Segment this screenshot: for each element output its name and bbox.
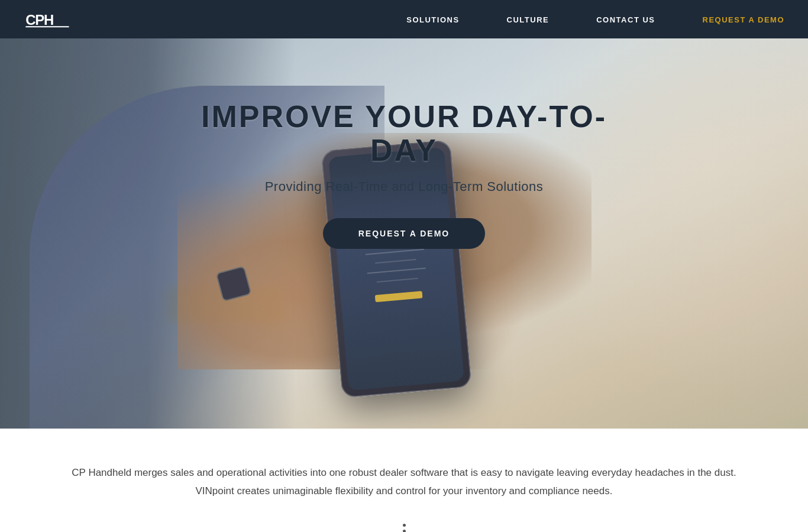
hero-content: IMPROVE YOUR DAY-TO-DAY Providing Real-T…: [197, 100, 611, 367]
svg-text:CPH: CPH: [25, 11, 53, 27]
dot-2: [403, 530, 406, 532]
contact-link[interactable]: CONTACT US: [596, 15, 655, 24]
dot-1: [403, 524, 406, 527]
hero-cta-button[interactable]: REQUEST A DEMO: [323, 218, 486, 249]
nav-contact[interactable]: CONTACT US: [596, 14, 655, 25]
hero-subtitle: Providing Real-Time and Long-Term Soluti…: [197, 179, 611, 194]
below-hero-line2: VINpoint creates unimaginable flexibilit…: [196, 485, 613, 497]
navbar: CPH SOLUTIONS CULTURE CONTACT US REQUEST…: [0, 0, 808, 38]
hero-title: IMPROVE YOUR DAY-TO-DAY: [197, 100, 611, 167]
nav-culture[interactable]: CULTURE: [507, 14, 550, 25]
nav-solutions[interactable]: SOLUTIONS: [406, 14, 459, 25]
logo[interactable]: CPH: [24, 8, 71, 31]
hero-section: IMPROVE YOUR DAY-TO-DAY Providing Real-T…: [0, 38, 808, 429]
nav-links: SOLUTIONS CULTURE CONTACT US REQUEST A D…: [406, 14, 784, 25]
svg-rect-1: [25, 26, 69, 27]
request-demo-nav-link[interactable]: REQUEST A DEMO: [703, 15, 785, 24]
below-hero-line1: CP Handheld merges sales and operational…: [72, 467, 736, 478]
below-hero-section: CP Handheld merges sales and operational…: [0, 429, 808, 532]
solutions-link[interactable]: SOLUTIONS: [406, 15, 459, 24]
nav-request-demo[interactable]: REQUEST A DEMO: [703, 14, 785, 25]
dots-indicator: [24, 524, 784, 532]
below-hero-text: CP Handheld merges sales and operational…: [49, 464, 759, 500]
culture-link[interactable]: CULTURE: [507, 15, 550, 24]
